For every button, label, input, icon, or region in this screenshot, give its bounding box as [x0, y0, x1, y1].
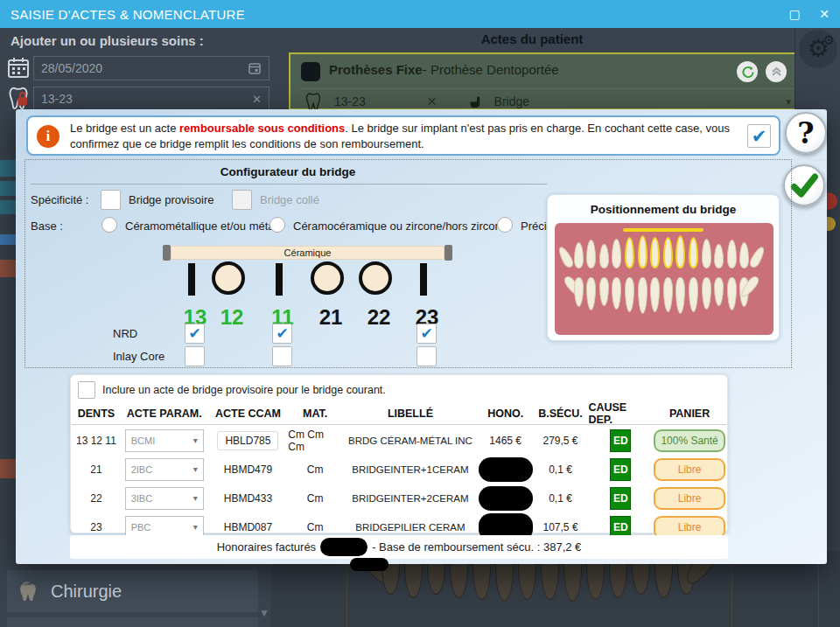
- acts-table-header: DENTSACTE PARAM.ACTE CCAMMAT.LIBELLÉHONO…: [72, 403, 726, 425]
- status-badge: ED: [610, 487, 631, 510]
- act-title: Prothèses Fixe- Prothèse Dentoportée: [329, 62, 559, 77]
- info-banner: i Le bridge est un acte remboursable sou…: [26, 115, 780, 156]
- teeth-range-field[interactable]: 13-23 ✕: [33, 87, 270, 111]
- refresh-button[interactable]: [737, 61, 758, 82]
- redaction: [301, 62, 320, 81]
- panier-button[interactable]: 100% Santé: [654, 429, 725, 452]
- sidebar-item-chirurgie[interactable]: Chirurgie: [7, 570, 258, 612]
- surgery-tooth-icon: [18, 580, 38, 603]
- sidebar-item-partial[interactable]: [0, 181, 16, 196]
- bridge-tooth-pilier[interactable]: [420, 263, 427, 296]
- settings-button[interactable]: ⚙ ⚙: [799, 30, 837, 68]
- divider: [299, 88, 794, 89]
- info-icon: i: [37, 125, 60, 148]
- cell-acte-ccam: HBLD785: [208, 426, 289, 455]
- act-type-value[interactable]: Bridge: [494, 94, 529, 108]
- arch-tooth-lower: [663, 277, 673, 312]
- status-badge: ED: [610, 429, 631, 452]
- bridge-tooth-inter[interactable]: [359, 261, 392, 295]
- base-radio-ceramometallique[interactable]: [102, 217, 117, 233]
- cell-acte-param: 2IBC▾: [121, 455, 208, 484]
- bridge-tooth-pilier[interactable]: [276, 263, 283, 296]
- configurator-title: Configurateur du bridge: [25, 165, 550, 178]
- base-radio-precieux[interactable]: [497, 217, 513, 233]
- add-acts-label: Ajouter un ou plusieurs soins :: [10, 33, 204, 48]
- bridge-tooth-inter[interactable]: [311, 261, 344, 295]
- arch-tooth-lower: [676, 277, 685, 314]
- arch-tooth-upper: [638, 235, 648, 268]
- chevron-down-icon: ▾: [193, 522, 198, 532]
- bridge-colle-checkbox[interactable]: [232, 190, 252, 210]
- bridge-provisoire-checkbox[interactable]: [101, 190, 121, 210]
- sidebar-item-partial[interactable]: [0, 234, 16, 245]
- arch-tooth-upper: [748, 245, 767, 269]
- base-option-label: Céramocéramique ou zircone/hors zircone: [293, 219, 508, 233]
- gear-small-icon: ⚙: [823, 33, 835, 46]
- arch-tooth-upper: [663, 237, 673, 268]
- chirurgie-label: Chirurgie: [51, 582, 122, 602]
- window-close-icon[interactable]: ✕: [808, 0, 840, 28]
- base-radio-ceramoceramique[interactable]: [270, 217, 285, 233]
- nrd-checkbox[interactable]: [185, 324, 205, 344]
- date-value: 28/05/2020: [41, 61, 102, 75]
- nrd-checkbox[interactable]: [416, 324, 437, 344]
- nrd-checkbox[interactable]: [272, 324, 292, 344]
- clear-act-teeth-icon[interactable]: ✕: [427, 94, 438, 108]
- arch-tooth-upper: [586, 240, 596, 268]
- column-header: DENTS: [72, 403, 121, 424]
- date-picker-icon[interactable]: [248, 61, 262, 75]
- bridge-tooth-inter[interactable]: [212, 261, 245, 295]
- chevron-down-icon: ▾: [193, 435, 198, 445]
- cell-acte-param: BCMI▾: [121, 426, 208, 455]
- inlay-core-checkbox[interactable]: [185, 346, 205, 366]
- material-slider-handle-right[interactable]: [444, 245, 452, 261]
- help-button[interactable]: ?: [785, 112, 827, 154]
- collapse-button[interactable]: [766, 61, 787, 82]
- panier-button[interactable]: Libre: [654, 487, 725, 510]
- confirm-conditions-checkbox[interactable]: [747, 124, 771, 148]
- arch-tooth-upper: [702, 239, 711, 268]
- arch-tooth-lower: [727, 277, 737, 310]
- arch-tooth-upper: [556, 245, 576, 269]
- base-reimbursement-label: - Base de remboursement sécu. :: [372, 540, 540, 554]
- cell-acte-ccam: HBMD433: [208, 484, 289, 512]
- date-field[interactable]: 28/05/2020: [33, 56, 270, 80]
- nrd-label: NRD: [113, 327, 137, 340]
- sidebar-item-partial[interactable]: [0, 200, 16, 214]
- column-header: MAT.: [288, 403, 342, 424]
- cell-libelle: BRIDGEINTER+1CERAM: [342, 455, 479, 484]
- app-window: SAISIE D'ACTES & NOMENCLATURE ▢ ✕ Ajoute…: [0, 0, 840, 627]
- column-header: LIBELLÉ: [342, 403, 479, 424]
- material-slider-handle-left[interactable]: [163, 245, 171, 261]
- sidebar-item-partial[interactable]: [0, 160, 16, 177]
- arch-tooth-lower: [638, 277, 648, 314]
- acte-param-value: 3IBC: [131, 493, 152, 504]
- acte-ccam-value[interactable]: HBLD785: [217, 431, 278, 450]
- cell-honoraires: [479, 484, 533, 512]
- arch-tooth-lower: [702, 277, 711, 310]
- acte-param-value: BCMI: [131, 435, 156, 446]
- minimize-icon[interactable]: ▢: [779, 0, 810, 28]
- acte-param-dropdown[interactable]: 2IBC▾: [125, 458, 204, 481]
- clear-teeth-icon[interactable]: ✕: [252, 93, 262, 106]
- acte-param-dropdown[interactable]: 3IBC▾: [125, 487, 204, 510]
- sidebar-item-partial[interactable]: [0, 459, 16, 478]
- cell-acte-param: 3IBC▾: [121, 484, 208, 512]
- panier-button[interactable]: Libre: [654, 458, 725, 481]
- include-provisional-checkbox[interactable]: [78, 381, 95, 399]
- bridge-tooth-pilier[interactable]: [188, 263, 195, 296]
- inlay-core-checkbox[interactable]: [416, 346, 437, 366]
- sidebar-item-partial[interactable]: [0, 260, 16, 277]
- cell-cause-dep: ED: [588, 484, 653, 512]
- chevron-down-icon[interactable]: ▾: [786, 96, 791, 108]
- scroll-down-icon[interactable]: ▼: [259, 607, 270, 619]
- material-slider[interactable]: Céramique: [171, 246, 444, 260]
- redaction: [479, 486, 533, 511]
- info-text-red: remboursable sous conditions: [179, 122, 345, 135]
- column-header: CAUSE DEP.: [588, 403, 653, 424]
- arch-tooth-upper: [625, 237, 634, 268]
- acte-ccam-value: HBMD479: [224, 463, 272, 476]
- acte-param-dropdown[interactable]: BCMI▾: [125, 429, 204, 452]
- inlay-core-checkbox[interactable]: [272, 346, 292, 366]
- info-text: Le bridge est un acte remboursable sous …: [70, 121, 737, 152]
